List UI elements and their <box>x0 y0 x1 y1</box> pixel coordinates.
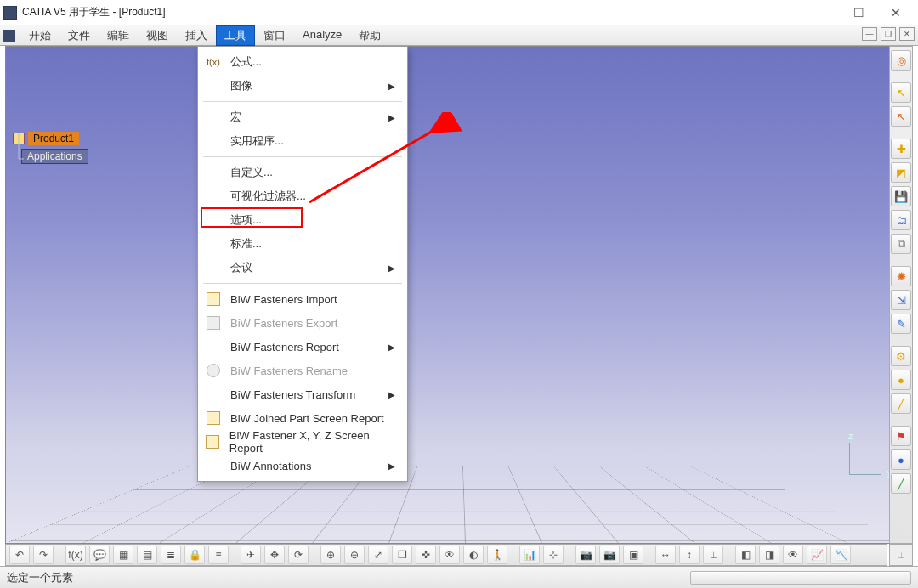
menu-item-label: 自定义... <box>230 165 273 180</box>
render-button[interactable]: ▣ <box>623 546 643 564</box>
doc-minimize-button[interactable]: — <box>862 27 877 41</box>
box-icon <box>205 410 222 427</box>
copy-icon[interactable]: ⧉ <box>891 234 911 254</box>
menu-item-biwfastenersreport[interactable]: BiW Fasteners Report▶ <box>200 335 405 359</box>
plane-button[interactable]: ✈ <box>241 546 261 564</box>
menu-item-biwfastenerxyzscreenreport[interactable]: BiW Fastener X, Y, Z Screen Report <box>200 430 405 454</box>
menu-item-公式[interactable]: f(x)公式... <box>200 50 405 74</box>
bottom-toolbar-extra-button[interactable]: ⟂ <box>889 544 913 566</box>
camera-button[interactable]: 📷 <box>575 546 596 564</box>
measure1-button[interactable]: ↔ <box>655 546 676 564</box>
circle-yellow-icon[interactable]: ● <box>891 370 911 390</box>
menu-item-实用程序[interactable]: 实用程序... <box>200 129 405 153</box>
menu-item-label: 会议 <box>230 260 252 275</box>
list-button[interactable]: ≡ <box>208 546 229 564</box>
minimize-button[interactable]: — <box>802 1 840 25</box>
orbit-button[interactable]: ◐ <box>463 546 484 564</box>
menu-开始[interactable]: 开始 <box>20 25 60 46</box>
menu-item-label: 图像 <box>230 78 252 93</box>
pan-button[interactable]: ✜ <box>416 546 436 564</box>
box-icon <box>205 291 222 308</box>
flag-icon[interactable]: ⚑ <box>891 426 911 446</box>
select-multi-icon[interactable]: ↖ <box>891 106 911 127</box>
titlebar: CATIA V5 用于学生 - [Product1] — ☐ ✕ <box>0 0 918 25</box>
measure2-button[interactable]: ↕ <box>679 546 700 564</box>
menu-编辑[interactable]: 编辑 <box>99 25 138 46</box>
look-button[interactable]: 👁 <box>439 546 460 564</box>
menu-item-会议[interactable]: 会议▶ <box>200 256 405 280</box>
grid-button[interactable]: ▦ <box>113 546 133 564</box>
move-button[interactable]: ✥ <box>264 546 285 564</box>
wheel-icon[interactable]: ✺ <box>891 266 911 286</box>
submenu-arrow-icon: ▶ <box>388 461 395 471</box>
zoom-in-button[interactable]: ⊕ <box>320 546 341 564</box>
lock-button[interactable]: 🔒 <box>184 546 205 564</box>
tree-sync-button[interactable]: ≣ <box>161 546 181 564</box>
line-green-icon[interactable]: ╱ <box>891 473 911 494</box>
menu-item-label: BiW Fastener X, Y, Z Screen Report <box>230 429 395 455</box>
arrow-pointer-icon[interactable]: ↖ <box>891 82 911 103</box>
graph-button[interactable]: 📈 <box>807 546 827 564</box>
axis-compass[interactable] <box>849 443 881 475</box>
table-button[interactable]: ▤ <box>137 546 157 564</box>
chat-button[interactable]: 💬 <box>89 546 110 564</box>
walk-button[interactable]: 🚶 <box>487 546 507 564</box>
spec-tree[interactable]: Product1 Applications <box>13 132 88 167</box>
menu-文件[interactable]: 文件 <box>60 25 99 46</box>
line-icon[interactable]: ╱ <box>891 393 911 414</box>
undo-button[interactable]: ↶ <box>9 546 30 564</box>
menu-analyze[interactable]: Analyze <box>294 25 350 46</box>
edit-icon[interactable]: ✎ <box>891 314 911 334</box>
tools-dropdown-menu[interactable]: f(x)公式...图像▶宏▶实用程序...自定义...可视化过滤器...选项..… <box>197 46 408 482</box>
menu-item-biwfastenersrename: BiW Fasteners Rename <box>200 359 405 382</box>
eye-button[interactable]: 👁 <box>783 546 803 564</box>
menu-item-可视化过滤器[interactable]: 可视化过滤器... <box>200 184 405 208</box>
measure3-button[interactable]: ⟂ <box>703 546 723 564</box>
menu-item-标准[interactable]: 标准... <box>200 232 405 256</box>
menu-item-自定义[interactable]: 自定义... <box>200 161 405 184</box>
ring-icon <box>205 362 222 379</box>
menu-工具[interactable]: 工具 <box>216 25 255 46</box>
measure-icon[interactable]: ✚ <box>891 139 911 159</box>
save-icon[interactable]: 💾 <box>891 186 911 206</box>
menu-item-label: 选项... <box>230 212 262 228</box>
tree-node-applications[interactable]: Applications <box>21 149 88 164</box>
link-icon[interactable]: ⇲ <box>891 290 911 310</box>
zoom-out-button[interactable]: ⊖ <box>344 546 365 564</box>
menu-窗口[interactable]: 窗口 <box>255 25 294 46</box>
highlight-icon[interactable]: ◩ <box>891 162 911 183</box>
menu-item-biwfastenersimport[interactable]: BiW Fasteners Import <box>200 287 405 311</box>
camera2-button[interactable]: 📷 <box>599 546 620 564</box>
rotate-button[interactable]: ⟳ <box>288 546 309 564</box>
statusbar: 选定一个元素 <box>0 566 918 588</box>
compass-button[interactable]: ⊹ <box>543 546 564 564</box>
fx-button[interactable]: f(x) <box>65 546 86 564</box>
layers-icon[interactable]: 🗂 <box>891 210 911 230</box>
redo-button[interactable]: ↷ <box>33 546 54 564</box>
graph2-button[interactable]: 📉 <box>830 546 851 564</box>
viewport-3d[interactable]: Product1 Applications <box>5 46 913 544</box>
robot-icon[interactable]: ⚙ <box>891 346 911 366</box>
maximize-button[interactable]: ☐ <box>840 1 877 25</box>
circle-blue-icon[interactable]: ● <box>891 449 911 470</box>
window-controls: — ☐ ✕ <box>802 1 915 25</box>
submenu-arrow-icon: ▶ <box>388 82 395 91</box>
cube-button[interactable]: ❒ <box>392 546 412 564</box>
chart-button[interactable]: 📊 <box>519 546 540 564</box>
menu-item-biwannotations[interactable]: BiW Annotations▶ <box>200 454 405 478</box>
close-button[interactable]: ✕ <box>877 1 915 25</box>
menu-视图[interactable]: 视图 <box>138 25 177 46</box>
menu-帮助[interactable]: 帮助 <box>350 25 389 46</box>
paint1-button[interactable]: ◧ <box>735 546 756 564</box>
menu-item-biwfastenerstransform[interactable]: BiW Fasteners Transform▶ <box>200 382 405 406</box>
menu-插入[interactable]: 插入 <box>177 25 216 46</box>
compass-icon[interactable]: ◎ <box>891 50 911 71</box>
menu-item-宏[interactable]: 宏▶ <box>200 105 405 129</box>
menu-item-图像[interactable]: 图像▶ <box>200 74 405 98</box>
menu-item-biwjoinedpartscreenreport[interactable]: BiW Joined Part Screen Report <box>200 406 405 430</box>
doc-restore-button[interactable]: ❐ <box>881 27 896 41</box>
doc-close-button[interactable]: ✕ <box>899 27 915 41</box>
menu-item-选项[interactable]: 选项... <box>200 208 405 232</box>
zoom-fit-button[interactable]: ⤢ <box>368 546 388 564</box>
paint2-button[interactable]: ◨ <box>759 546 779 564</box>
